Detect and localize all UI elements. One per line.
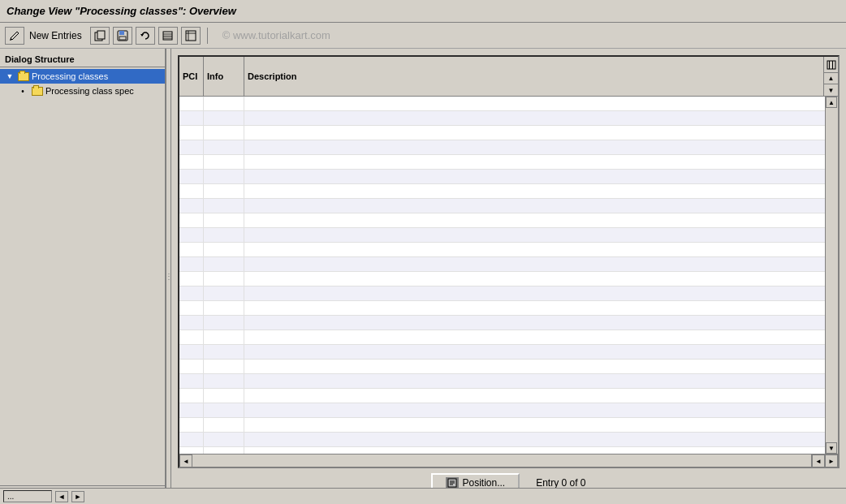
toolbar-separator [207, 28, 208, 44]
cell-info [204, 228, 244, 242]
table-row [179, 316, 825, 330]
cell-pci [179, 97, 204, 110]
cell-pci [179, 286, 204, 300]
cell-pci [179, 228, 204, 242]
cell-pci [179, 243, 204, 256]
cell-info [204, 330, 244, 344]
table-row [179, 403, 825, 418]
table-row [179, 184, 825, 199]
folder-icon-2 [31, 85, 44, 97]
position-btn-icon [446, 477, 459, 489]
tree-item-processing-class-spec[interactable]: • Processing class spec [0, 84, 165, 98]
svg-rect-15 [832, 61, 833, 69]
table-container: PCI Info Description [178, 55, 840, 468]
cell-description [244, 447, 293, 454]
edit-icon[interactable] [5, 27, 24, 45]
tree-arrow-down: ▼ [3, 71, 16, 82]
tree-item-processing-classes[interactable]: ▼ Processing classes [0, 69, 165, 84]
svg-rect-1 [97, 31, 105, 39]
cell-description [244, 389, 293, 403]
cell-info [204, 126, 244, 140]
cell-description [244, 199, 293, 213]
cell-description [244, 360, 293, 373]
cell-pci [179, 447, 204, 454]
undo-icon[interactable] [136, 27, 155, 45]
right-icon2: ► [828, 458, 835, 465]
bookmark-icon[interactable] [181, 27, 201, 45]
cell-pci [179, 184, 204, 198]
cell-pci [179, 140, 204, 154]
scrollbar-track-v[interactable] [826, 108, 838, 442]
col-header-pci: PCI [179, 57, 204, 96]
column-settings-icon[interactable] [824, 57, 838, 73]
table-row [179, 126, 825, 140]
status-nav-right[interactable]: ► [71, 491, 84, 502]
cell-description [244, 301, 293, 315]
cell-description [244, 213, 293, 227]
tree-item-label-2: Processing class spec [45, 86, 134, 96]
cell-info [204, 272, 244, 286]
cell-pci [179, 389, 204, 403]
status-item: ... [3, 490, 52, 502]
tree-item-label-1: Processing classes [32, 71, 108, 81]
table-row [179, 433, 825, 447]
table-row [179, 272, 825, 286]
hscroll-right-btn1[interactable]: ◄ [812, 454, 825, 467]
cell-pci [179, 316, 204, 330]
table-header-inner: PCI Info Description [179, 57, 823, 96]
cell-description [244, 111, 293, 125]
cell-pci [179, 374, 204, 388]
cell-pci [179, 213, 204, 227]
table-row [179, 213, 825, 228]
table-row [179, 140, 825, 155]
table-row [179, 199, 825, 213]
new-entries-label[interactable]: New Entries [29, 30, 82, 41]
cell-description [244, 97, 293, 110]
save-icon[interactable] [113, 27, 132, 45]
find-icon[interactable] [158, 27, 178, 45]
scroll-down-v[interactable]: ▼ [826, 442, 837, 454]
cell-info [204, 447, 244, 454]
table-row [179, 374, 825, 389]
cell-pci [179, 360, 204, 373]
hscroll-track[interactable] [192, 454, 811, 467]
table-row [179, 111, 825, 126]
cell-description [244, 272, 293, 286]
copy-icon[interactable] [90, 27, 110, 45]
cell-description [244, 184, 293, 198]
cell-pci [179, 272, 204, 286]
table-row [179, 447, 825, 454]
cell-description [244, 345, 293, 359]
table-rows-area: // We'll generate rows in JS below [179, 97, 825, 454]
table-scrollbar-vertical: ▲ ▼ [825, 97, 838, 454]
scroll-up-v[interactable]: ▲ [826, 97, 837, 108]
cell-description [244, 155, 293, 169]
folder-icon-1 [17, 71, 30, 82]
table-row [179, 330, 825, 345]
cell-description [244, 374, 293, 388]
right-panel: PCI Info Description [171, 49, 846, 504]
title-text: Change View "Processing classes": Overvi… [6, 5, 236, 17]
scroll-up-btn[interactable]: ▲ [824, 73, 838, 84]
cell-info [204, 97, 244, 110]
cell-info [204, 213, 244, 227]
cell-info [204, 286, 244, 300]
scroll-down-btn[interactable]: ▼ [824, 84, 838, 96]
cell-info [204, 345, 244, 359]
left-icon: ◄ [183, 458, 189, 465]
svg-rect-3 [119, 31, 124, 35]
position-btn-label: Position... [462, 477, 505, 489]
svg-rect-14 [829, 61, 830, 69]
cell-info [204, 316, 244, 330]
cell-info [204, 301, 244, 315]
cell-description [244, 418, 293, 432]
cell-description [244, 228, 293, 242]
hscroll-right-btn2[interactable]: ► [825, 454, 838, 467]
table-row [179, 170, 825, 184]
svg-rect-13 [827, 61, 835, 69]
up-icon: ▲ [828, 99, 835, 106]
hscroll-left-btn[interactable]: ◄ [179, 454, 192, 467]
cell-info [204, 111, 244, 125]
table-row [179, 243, 825, 257]
status-nav-left[interactable]: ◄ [55, 491, 68, 502]
